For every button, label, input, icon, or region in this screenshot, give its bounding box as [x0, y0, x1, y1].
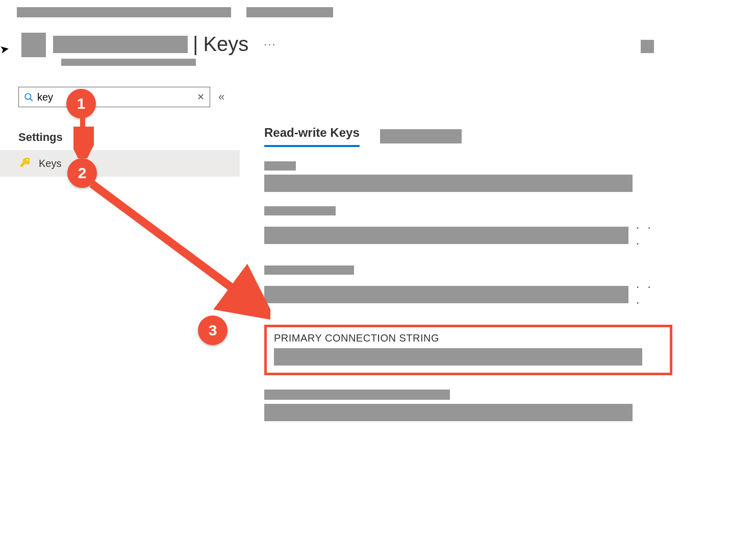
resource-icon [21, 33, 46, 57]
tabs-row: Read-write Keys [264, 126, 664, 147]
sidebar: ✕ « Settings Keys [18, 87, 243, 177]
mouse-cursor-icon: ➤ [0, 42, 10, 57]
sidebar-section-header: Settings [18, 131, 243, 144]
clear-search-icon[interactable]: ✕ [197, 91, 205, 103]
field-block [264, 161, 664, 192]
field-label-redacted [264, 390, 450, 400]
breadcrumb-segment [246, 7, 333, 17]
key-icon [20, 158, 30, 169]
annotation-step-3: 3 [198, 316, 228, 345]
annotation-step-2: 2 [67, 158, 97, 188]
breadcrumb-segment [17, 7, 231, 17]
primary-connection-string-value[interactable] [274, 348, 642, 366]
field-value-redacted[interactable] [264, 227, 628, 244]
annotation-step-1: 1 [66, 89, 96, 118]
page-title-row: | Keys ··· [21, 33, 276, 66]
tab-read-write-keys[interactable]: Read-write Keys [264, 126, 360, 147]
field-block: · · · [264, 265, 664, 310]
sidebar-item-label: Keys [39, 158, 61, 169]
field-value-redacted[interactable] [264, 175, 633, 192]
primary-connection-string-label: PRIMARY CONNECTION STRING [274, 332, 663, 344]
breadcrumb [17, 7, 333, 17]
collapse-sidebar-button[interactable]: « [218, 90, 220, 104]
main-panel: Read-write Keys · · · · · · PRIMARY CONN… [264, 126, 664, 421]
svg-line-1 [30, 99, 33, 101]
field-value-redacted[interactable] [264, 404, 633, 421]
page-title: Keys [203, 33, 248, 56]
title-separator: | [193, 33, 198, 56]
field-label-redacted [264, 206, 336, 215]
svg-line-2 [92, 184, 250, 301]
field-more-button[interactable]: · · · [636, 220, 664, 251]
more-menu-button[interactable]: ··· [264, 38, 276, 51]
annotation-arrow-2-3 [87, 179, 270, 322]
sidebar-search-box[interactable]: ✕ [18, 87, 210, 107]
svg-point-0 [25, 93, 31, 99]
resource-subtitle-redacted [61, 59, 196, 66]
primary-connection-string-highlight: PRIMARY CONNECTION STRING [264, 325, 672, 375]
field-block: · · · [264, 206, 664, 251]
resource-name-redacted [53, 36, 188, 53]
field-label-redacted [264, 265, 354, 275]
sidebar-search-input[interactable] [33, 91, 197, 103]
field-more-button[interactable]: · · · [636, 279, 664, 310]
field-label-redacted [264, 161, 296, 171]
tab-redacted[interactable] [380, 129, 462, 143]
search-icon [24, 92, 33, 102]
field-value-redacted[interactable] [264, 286, 628, 303]
close-blade-button[interactable] [641, 40, 654, 53]
sidebar-item-keys[interactable]: Keys [0, 150, 240, 177]
field-block [264, 390, 664, 421]
